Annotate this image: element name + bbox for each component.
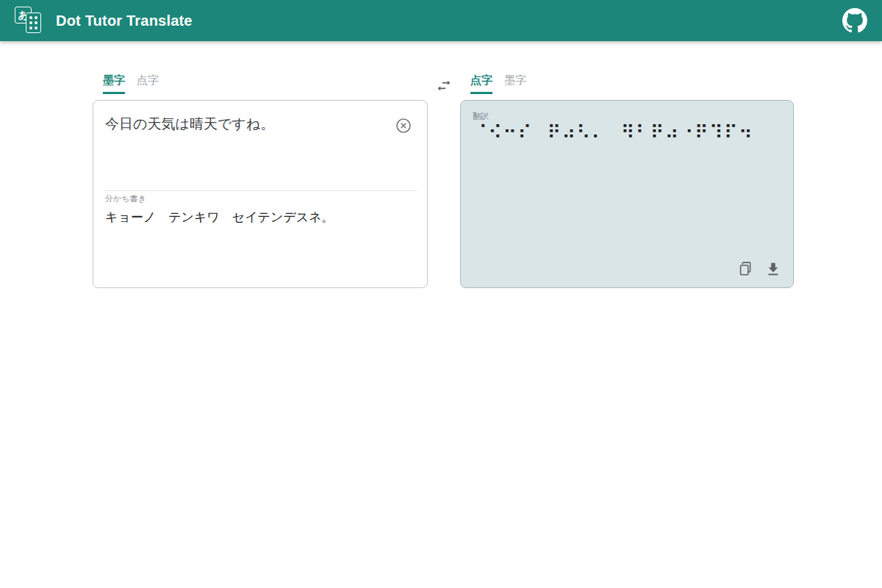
- source-text-input[interactable]: 今日の天気は晴天ですね。: [93, 101, 427, 174]
- source-card: 今日の天気は晴天ですね。 分かち書き キョーノ テンキワ セイテンデスネ。: [93, 100, 428, 288]
- github-icon: [842, 8, 867, 33]
- source-tab-tenji[interactable]: 点字: [137, 74, 159, 94]
- target-tab-tenji[interactable]: 点字: [470, 74, 492, 94]
- braille-card-icon: [26, 12, 41, 33]
- copy-button[interactable]: [737, 261, 753, 277]
- main-content: 墨字 点字 今日の天気は晴天ですね。 分かち書き キョーノ テンキワ セイテンデ…: [0, 41, 882, 288]
- wakachigaki-label: 分かち書き: [105, 193, 415, 204]
- source-panel: 墨字 点字 今日の天気は晴天ですね。 分かち書き キョーノ テンキワ セイテンデ…: [93, 74, 428, 288]
- clear-circle-icon: [395, 117, 412, 135]
- target-tab-bokuji[interactable]: 墨字: [504, 74, 526, 94]
- divider: [104, 190, 417, 191]
- swap-direction-button[interactable]: [434, 76, 453, 96]
- braille-output-text: ⠈⠪⠒⠎⠀⠟⠴⠣⠄⠀⠻⠃⠟⠴⠐⠟⠹⠏⠲: [473, 121, 781, 144]
- translation-card: 翻訳 ⠈⠪⠒⠎⠀⠟⠴⠣⠄⠀⠻⠃⠟⠴⠐⠟⠹⠏⠲: [460, 100, 794, 288]
- app-title: Dot Tutor Translate: [56, 12, 193, 29]
- translation-label: 翻訳: [473, 111, 489, 122]
- target-panel: 点字 墨字 翻訳 ⠈⠪⠒⠎⠀⠟⠴⠣⠄⠀⠻⠃⠟⠴⠐⠟⠹⠏⠲: [460, 74, 794, 288]
- download-icon: [765, 261, 781, 277]
- swap-horizontal-icon: [434, 76, 453, 96]
- github-link[interactable]: [842, 8, 867, 33]
- wakachigaki-block: 分かち書き キョーノ テンキワ セイテンデスネ。: [105, 193, 415, 226]
- source-tabs: 墨字 点字: [93, 74, 428, 100]
- output-actions: [737, 261, 781, 277]
- app-header: あ Dot Tutor Translate: [0, 0, 882, 41]
- target-tabs: 点字 墨字: [460, 74, 794, 100]
- clear-input-button[interactable]: [395, 117, 412, 135]
- source-tab-bokuji[interactable]: 墨字: [103, 74, 125, 94]
- wakachigaki-text: キョーノ テンキワ セイテンデスネ。: [105, 209, 415, 226]
- swap-column: [428, 74, 460, 288]
- app-logo: あ: [15, 5, 47, 36]
- copy-icon: [737, 261, 753, 277]
- download-button[interactable]: [765, 261, 781, 277]
